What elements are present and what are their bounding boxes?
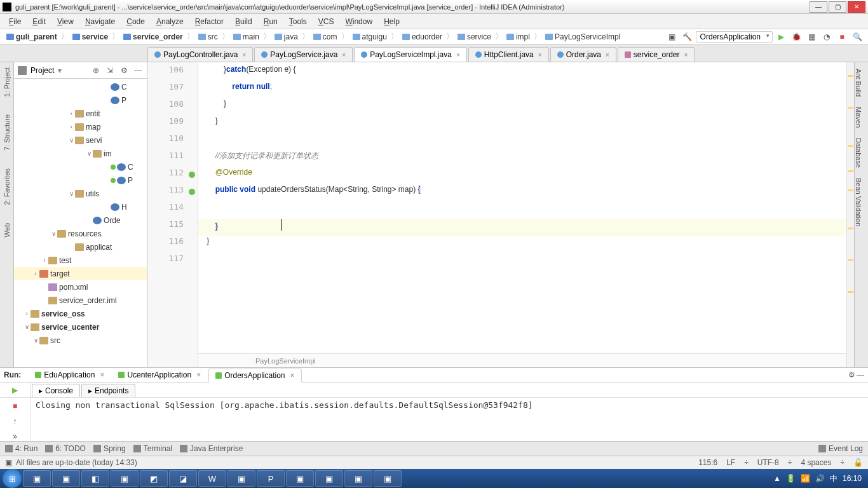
status-indent[interactable]: 4 spaces [801,458,831,467]
code-line[interactable]: } [198,99,846,116]
console-tab[interactable]: ▸Endpoints [81,384,135,397]
tree-item[interactable]: C [14,160,147,173]
tree-item[interactable]: service_order.iml [14,294,147,307]
build-icon[interactable]: 🔨 [682,31,693,43]
bottom-tool-button[interactable]: Spring [93,444,126,453]
project-scroll-icon[interactable]: ⊕ [91,65,101,76]
status-sync-icon[interactable]: ▣ [5,458,12,467]
tool-window-button[interactable]: 2: Favorites [3,166,11,207]
run-config-tab[interactable]: OrdersApplication× [208,369,301,383]
menu-tools[interactable]: Tools [284,16,312,27]
tray-ime-icon[interactable]: 中 [830,473,837,484]
menu-navigate[interactable]: Navigate [80,16,120,27]
tree-item[interactable]: ∨service_ucenter [14,320,147,334]
rerun-button[interactable]: ▶ [12,386,18,395]
project-hide-icon[interactable]: — [133,65,143,76]
status-line-sep[interactable]: LF [726,458,735,467]
tree-item[interactable]: ›entit [14,107,147,120]
close-tab-icon[interactable]: × [684,51,688,58]
tool-window-button[interactable]: Database [855,134,862,172]
minimize-button[interactable]: — [810,1,827,13]
code-line[interactable]: @Override [198,168,846,185]
editor-tab[interactable]: service_order× [618,47,695,62]
breadcrumb-item[interactable]: eduorder [400,32,445,42]
status-lock-icon[interactable]: 🔓 [853,458,863,467]
breadcrumb-item[interactable]: service [455,32,494,42]
tree-item[interactable]: ∨utils [14,187,147,200]
tree-item[interactable]: applicat [14,240,147,254]
menu-code[interactable]: Code [121,16,150,27]
bottom-tool-button[interactable]: 6: TODO [45,444,86,453]
tool-window-button[interactable]: Bean Validation [855,174,862,230]
run-icon[interactable]: ▶ [775,31,787,43]
menu-run[interactable]: Run [259,16,283,27]
tool-window-button[interactable]: Ant Build [855,65,862,100]
editor-tab[interactable]: Order.java× [550,47,616,62]
console-tab[interactable]: ▸Console [32,384,80,397]
tray-battery-icon[interactable]: 🔋 [786,474,796,483]
taskbar-app[interactable]: ▣ [227,470,255,487]
tool-window-button[interactable]: 7: Structure [3,112,11,153]
menu-refactor[interactable]: Refactor [190,16,229,27]
status-encoding[interactable]: UTF-8 [757,458,779,467]
breadcrumb-item[interactable]: main [231,32,262,42]
menu-file[interactable]: File [4,16,26,27]
run-settings-icon[interactable]: ⚙ [848,370,855,379]
code-line[interactable] [198,133,846,151]
taskbar-app[interactable]: ▣ [111,470,139,487]
nav-back-icon[interactable]: ▣ [667,31,678,43]
menu-build[interactable]: Build [230,16,257,27]
tray-volume-icon[interactable]: 🔊 [815,474,825,483]
maximize-button[interactable]: ▢ [829,1,846,13]
menu-window[interactable]: Window [340,16,377,27]
menu-analyze[interactable]: Analyze [151,16,189,27]
close-tab-icon[interactable]: × [342,51,346,58]
event-log-button[interactable]: Event Log [818,444,863,453]
tree-item[interactable]: C [14,80,147,93]
taskbar-app[interactable]: ▣ [344,470,372,487]
close-button[interactable]: ✕ [848,1,865,13]
search-icon[interactable]: 🔍 [851,31,863,43]
breadcrumb-item[interactable]: src [196,32,220,42]
menu-help[interactable]: Help [379,16,405,27]
code-line[interactable]: } [198,116,846,133]
code-line[interactable] [198,254,846,271]
editor-tab[interactable]: PayLogServiceImpl.java× [354,47,467,62]
breadcrumb-item[interactable]: service_order [121,32,186,42]
tool-window-button[interactable]: Maven [855,103,862,132]
close-tab-icon[interactable]: × [456,51,460,58]
taskbar-app[interactable]: ▣ [23,470,51,487]
breadcrumb-item[interactable]: java [272,32,301,42]
editor-tab[interactable]: HttpClient.java× [468,47,549,62]
tool-window-button[interactable]: 1: Project [3,65,11,99]
tray-time[interactable]: 16:10 [843,474,862,483]
taskbar-app[interactable]: ▣ [315,470,343,487]
tree-item[interactable]: ›target [14,267,147,280]
coverage-icon[interactable]: ▦ [806,31,817,43]
project-settings-icon[interactable]: ⚙ [119,65,129,76]
tree-item[interactable]: ∨src [14,334,147,347]
taskbar-app[interactable]: ▣ [374,470,402,487]
tree-item[interactable]: H [14,200,147,214]
tree-item[interactable]: P [14,93,147,107]
error-stripe[interactable] [846,62,854,367]
editor[interactable]: 106107108109110111112113114115116117 }ca… [147,62,854,367]
taskbar-app[interactable]: ▣ [52,470,80,487]
tree-item[interactable]: ›test [14,254,147,267]
menu-edit[interactable]: Edit [27,16,51,27]
stop-icon[interactable]: ■ [836,31,848,43]
console-log[interactable]: Closing non transactional SqlSession [or… [31,398,868,442]
profile-icon[interactable]: ◔ [821,31,832,43]
code-line[interactable]: //添加支付记录和更新订单状态 [198,151,846,168]
run-hide-icon[interactable]: — [857,370,864,379]
code-line[interactable]: public void updateOrdersStatus(Map<Strin… [198,185,846,202]
stop-button[interactable]: ■ [10,400,21,412]
breadcrumb-item[interactable]: atguigu [350,32,390,42]
tray-up-icon[interactable]: ▲ [773,474,781,483]
editor-tab[interactable]: PayLogService.java× [254,47,353,62]
project-tree[interactable]: CP›entit›map∨servi∨imCP∨utilsHOrde∨resou… [14,79,147,367]
taskbar-app[interactable]: W [198,470,226,487]
code-line[interactable]: } [198,219,846,236]
tree-item[interactable]: ∨im [14,147,147,160]
code-line[interactable]: return null; [198,82,846,99]
